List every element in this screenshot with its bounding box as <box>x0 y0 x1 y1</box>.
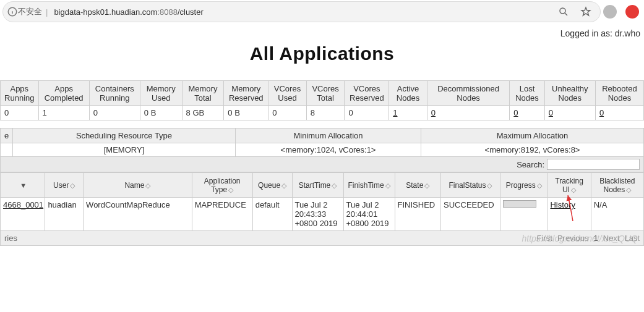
apps-header[interactable]: Name◇ <box>84 173 192 198</box>
search-input[interactable] <box>547 159 640 170</box>
metrics-header: Decommissioned Nodes <box>427 81 509 106</box>
sched-value <box>1 143 13 157</box>
app-finish: Tue Jul 2 20:44:01 +0800 2019 <box>343 198 395 231</box>
app-name: WordCountMapReduce <box>84 198 192 231</box>
apps-header[interactable]: Queue◇ <box>252 173 292 198</box>
search-icon[interactable] <box>558 6 569 17</box>
apps-header[interactable]: User◇ <box>45 173 84 198</box>
app-type: MAPREDUCE <box>192 198 252 231</box>
metrics-header: Apps Running <box>1 81 39 106</box>
metrics-header: Lost Nodes <box>510 81 544 106</box>
metrics-value: 0 <box>89 106 140 120</box>
metrics-value[interactable]: 0 <box>427 106 509 120</box>
apps-header[interactable]: State◇ <box>395 173 441 198</box>
cluster-metrics-table: Apps Running Apps Completed Containers R… <box>0 80 644 120</box>
metrics-value: 1 <box>38 106 89 120</box>
metrics-value: 0 <box>345 106 389 120</box>
progress-bar <box>503 200 536 208</box>
apps-header[interactable]: Tracking UI◇ <box>547 173 591 198</box>
profile-icon[interactable] <box>603 5 617 19</box>
metrics-header: VCores Reserved <box>345 81 389 106</box>
svg-line-4 <box>565 13 567 15</box>
metrics-value: 0 B <box>140 106 182 120</box>
metrics-value[interactable]: 0 <box>510 106 544 120</box>
search-bar: Search: <box>0 157 644 172</box>
divider: | <box>46 7 48 17</box>
apps-header-id[interactable]: ▼ <box>1 173 45 198</box>
address-bar[interactable]: 不安全 | bigdata-hpsk01.huadian.com:8088/cl… <box>2 1 601 22</box>
metrics-value[interactable]: 0 <box>544 106 595 120</box>
star-icon[interactable] <box>580 6 591 17</box>
search-label: Search: <box>517 160 544 169</box>
apps-header[interactable]: Application Type◇ <box>192 173 252 198</box>
url-text: bigdata-hpsk01.huadian.com:8088/cluster <box>54 7 203 17</box>
table-row: 4668_0001 huadian WordCountMapReduce MAP… <box>1 198 644 231</box>
metrics-header: Memory Reserved <box>224 81 268 106</box>
entries-text: ries <box>4 234 17 243</box>
info-icon <box>7 6 18 17</box>
metrics-value: 8 <box>306 106 345 120</box>
app-progress <box>500 198 547 231</box>
sched-header: Scheduling Resource Type <box>13 129 236 143</box>
extension-icon[interactable] <box>625 5 639 19</box>
app-tracking[interactable]: History <box>547 198 591 231</box>
metrics-header: Unhealthy Nodes <box>544 81 595 106</box>
metrics-header: Memory Used <box>140 81 182 106</box>
page-title: All Applications <box>0 40 644 80</box>
metrics-header: VCores Total <box>306 81 345 106</box>
app-user: huadian <box>45 198 84 231</box>
metrics-value: 8 GB <box>182 106 224 120</box>
svg-marker-5 <box>582 7 590 15</box>
metrics-value: 0 <box>268 106 307 120</box>
apps-header[interactable]: Blacklisted Nodes◇ <box>591 173 643 198</box>
applications-table: ▼ User◇ Name◇ Application Type◇ Queue◇ S… <box>0 172 644 231</box>
sched-header: e <box>1 129 13 143</box>
apps-header[interactable]: FinalStatus◇ <box>441 173 500 198</box>
metrics-header: Memory Total <box>182 81 224 106</box>
apps-header[interactable]: StartTime◇ <box>292 173 343 198</box>
not-secure-label: 不安全 <box>18 6 42 17</box>
app-state: FINISHED <box>395 198 441 231</box>
metrics-header: Active Nodes <box>389 81 427 106</box>
sched-value: <memory:1024, vCores:1> <box>236 143 421 157</box>
sched-value: [MEMORY] <box>13 143 236 157</box>
metrics-header: VCores Used <box>268 81 307 106</box>
app-start: Tue Jul 2 20:43:33 +0800 2019 <box>292 198 343 231</box>
apps-header[interactable]: Progress◇ <box>500 173 547 198</box>
metrics-header: Rebooted Nodes <box>595 81 643 106</box>
app-blacklist: N/A <box>591 198 643 231</box>
sched-value: <memory:8192, vCores:8> <box>421 143 644 157</box>
metrics-header: Containers Running <box>89 81 140 106</box>
metrics-value[interactable]: 0 <box>595 106 643 120</box>
app-finalstatus: SUCCEEDED <box>441 198 500 231</box>
sched-header: Minimum Allocation <box>236 129 421 143</box>
app-id[interactable]: 4668_0001 <box>1 198 45 231</box>
metrics-header: Apps Completed <box>38 81 89 106</box>
app-queue: default <box>252 198 292 231</box>
metrics-value[interactable]: 1 <box>389 106 427 120</box>
logged-in-label: Logged in as: dr.who <box>0 23 644 40</box>
svg-point-3 <box>560 8 565 14</box>
metrics-value: 0 B <box>224 106 268 120</box>
apps-header[interactable]: FinishTime◇ <box>343 173 395 198</box>
watermark: https://blog.csdn.net/xm_QUQ <box>522 234 638 243</box>
sched-header: Maximum Allocation <box>421 129 644 143</box>
metrics-value: 0 <box>1 106 39 120</box>
scheduler-table: e Scheduling Resource Type Minimum Alloc… <box>0 128 644 157</box>
